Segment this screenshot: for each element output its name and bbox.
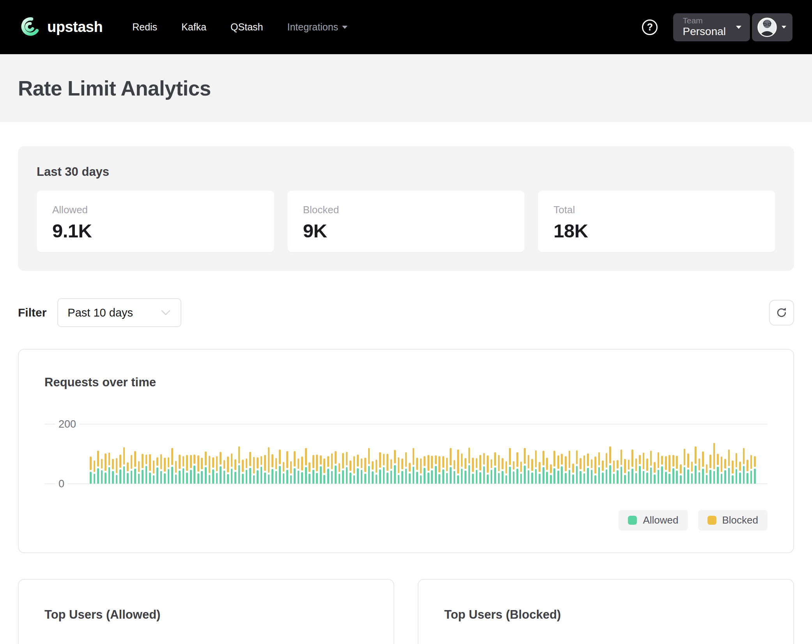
chart-bar <box>646 458 648 484</box>
chart-bar <box>271 454 273 484</box>
chart-bar <box>257 457 259 484</box>
date-range-selected-value: Past 10 days <box>67 306 133 319</box>
chart-bar <box>435 455 437 484</box>
chart-bar <box>119 455 121 484</box>
page-title: Rate Limit Analytics <box>18 76 211 100</box>
chart-bar <box>105 453 106 484</box>
nav-link-qstash[interactable]: QStash <box>230 21 263 33</box>
nav-link-redis[interactable]: Redis <box>132 21 157 33</box>
stats-panel-title: Last 30 days <box>37 165 775 179</box>
team-value: Personal <box>683 25 726 38</box>
chart-bar <box>516 452 518 484</box>
legend-allowed-label: Allowed <box>643 514 678 526</box>
help-icon[interactable]: ? <box>642 19 658 35</box>
chart-bar <box>442 456 444 484</box>
chart-bar <box>183 456 184 484</box>
stat-label: Blocked <box>303 204 509 216</box>
date-range-select[interactable]: Past 10 days <box>57 298 181 327</box>
chart-bar <box>275 458 277 484</box>
chart-bar <box>621 449 622 484</box>
upstash-logo[interactable]: upstash <box>18 14 103 40</box>
chart-bar <box>513 461 515 484</box>
chart-bar <box>617 460 619 484</box>
chart-bar <box>149 454 151 484</box>
chart-bar <box>535 450 537 484</box>
legend-blocked[interactable]: Blocked <box>698 510 768 531</box>
blocked-swatch-icon <box>707 516 716 525</box>
chart-bar <box>145 455 147 484</box>
refresh-button[interactable] <box>769 300 794 326</box>
chart-bar <box>327 456 329 484</box>
chart-bar <box>290 461 292 484</box>
chart-bar <box>168 457 170 484</box>
chart-bar <box>376 460 378 484</box>
chart-bar <box>702 451 704 484</box>
y-axis-tick-200: 200 <box>55 418 79 430</box>
team-switcher-button[interactable]: Team Personal <box>673 13 750 41</box>
chart-bar <box>487 455 489 484</box>
chart-bar <box>301 456 303 484</box>
chart-bar <box>750 455 752 484</box>
chart-bar <box>386 454 388 484</box>
chart-bar <box>713 443 715 484</box>
chart-bar <box>216 456 218 484</box>
legend-allowed[interactable]: Allowed <box>619 510 688 531</box>
chart-bar <box>94 460 96 484</box>
chart-bar <box>598 452 600 484</box>
upstash-logo-icon <box>18 14 40 40</box>
chart-bar <box>220 452 222 484</box>
chart-bar <box>668 455 670 484</box>
chart-bar <box>108 453 110 484</box>
chart-bar <box>446 458 448 484</box>
chart-bar <box>509 448 511 484</box>
chart-bar <box>320 455 322 484</box>
chart-bar <box>483 453 485 484</box>
chart-bar <box>331 453 333 484</box>
chart-bar <box>728 449 730 484</box>
chart-bar <box>193 455 195 484</box>
nav-link-kafka[interactable]: Kafka <box>181 21 206 33</box>
chart-bar <box>643 453 645 484</box>
user-menu-button[interactable] <box>752 13 792 41</box>
chart-bar <box>361 458 363 484</box>
filter-label: Filter <box>18 306 46 319</box>
chart-bar <box>631 449 633 484</box>
chart-bar <box>431 456 433 484</box>
chart-bar <box>268 447 270 484</box>
chart-bar <box>680 464 682 484</box>
chart-bar <box>171 448 173 484</box>
chevron-down-icon <box>736 26 741 29</box>
team-switcher-text: Team Personal <box>683 16 726 38</box>
last-30-days-panel: Last 30 days Allowed 9.1K Blocked 9K Tot… <box>18 146 794 271</box>
chart-bar <box>298 458 300 484</box>
stat-value: 9.1K <box>52 220 259 242</box>
chart-bar <box>101 459 103 484</box>
chart-bar <box>190 455 192 484</box>
chart-bar <box>305 448 307 484</box>
chart-bar <box>390 459 392 484</box>
chart-bar <box>561 454 563 484</box>
rate-limit-analytics-page: upstash Redis Kafka QStash Integrations … <box>0 0 812 644</box>
top-users-section: Top Users (Allowed) Top Users (Blocked) <box>18 579 794 644</box>
chart-bar <box>123 447 125 484</box>
chart-bar <box>676 456 678 484</box>
chart-bar <box>138 461 140 484</box>
chart-bar <box>394 450 396 484</box>
chart-bar <box>553 451 555 484</box>
chart-bar <box>531 459 533 484</box>
team-label: Team <box>683 16 702 25</box>
avatar <box>757 18 777 37</box>
stat-cards-row: Allowed 9.1K Blocked 9K Total 18K <box>37 191 775 252</box>
nav-link-integrations[interactable]: Integrations <box>287 21 347 33</box>
top-users-blocked-title: Top Users (Blocked) <box>444 608 768 622</box>
chart-bar <box>665 456 667 484</box>
chart-bar <box>379 452 381 484</box>
refresh-icon <box>775 306 788 319</box>
chart-bar <box>502 458 504 484</box>
chart-bar <box>550 464 552 484</box>
chart-bar <box>197 455 199 484</box>
chart-bar <box>684 449 686 484</box>
chart-bar <box>238 446 240 484</box>
chart-bar <box>249 452 251 484</box>
chevron-down-icon <box>342 26 347 29</box>
